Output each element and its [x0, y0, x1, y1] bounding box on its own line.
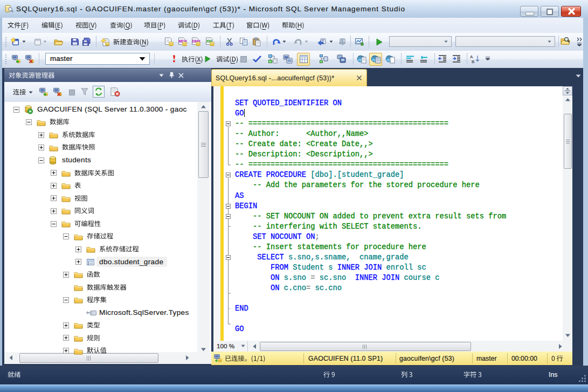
svg-text:B: B [472, 59, 474, 64]
svg-text:A: A [470, 54, 473, 59]
